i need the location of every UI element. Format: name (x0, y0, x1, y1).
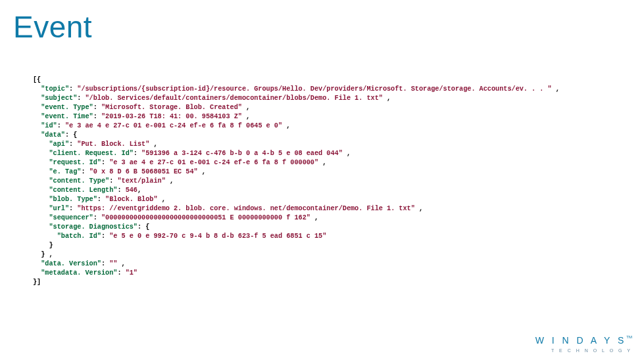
k-metadataversion: "metadata. Version" (41, 269, 117, 277)
k-etag: "e. Tag" (49, 168, 81, 175)
logo-brand: W I N D A Y STM (535, 335, 632, 346)
k-contentlength: "content. Length" (49, 187, 117, 194)
logo-tm: TM (626, 335, 632, 339)
slide-title: Event (13, 9, 92, 45)
diag-close: } (49, 242, 53, 249)
k-url: "url" (49, 205, 69, 212)
data-close: } , (41, 251, 53, 258)
k-subject: "subject" (41, 95, 77, 102)
k-storagediag: "storage. Diagnostics" (49, 223, 137, 231)
k-topic: "topic" (41, 85, 69, 93)
k-data: "data" (41, 131, 65, 139)
k-eventtype: "event. Type" (41, 104, 93, 111)
k-eventtime: "event. Time" (41, 113, 93, 120)
k-batchid: "batch. Id" (57, 233, 101, 240)
json-code-block: [{ "topic": "/subscriptions/{subscriptio… (33, 76, 631, 287)
k-id: "id" (41, 122, 57, 129)
code-open: [{ (33, 76, 41, 83)
logo-sub: T E C H N O L O G Y (535, 348, 632, 353)
k-sequencer: "sequencer" (49, 214, 93, 221)
k-clientreqid: "client. Request. Id" (49, 150, 133, 157)
windays-logo: 19 W I N D A Y STM T E C H N O L O G Y (535, 335, 632, 353)
k-dataversion: "data. Version" (41, 260, 101, 267)
k-reqid: "request. Id" (49, 159, 101, 166)
k-contenttype: "content. Type" (49, 177, 109, 185)
slide: Event [{ "topic": "/subscriptions/{subsc… (0, 0, 644, 362)
k-blobtype: "blob. Type" (49, 196, 97, 203)
k-api: "api" (49, 141, 69, 148)
code-close: }] (33, 279, 41, 286)
